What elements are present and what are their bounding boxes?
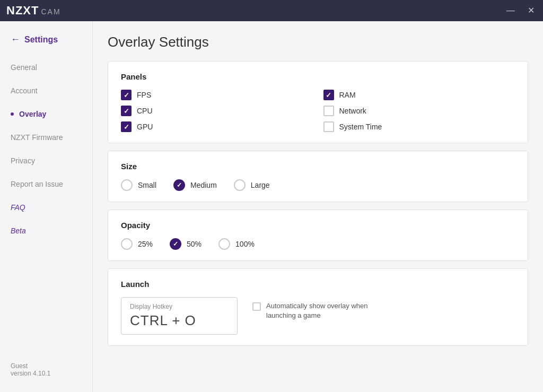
ram-label: RAM bbox=[339, 91, 356, 99]
size-radio-group: Small Medium Large bbox=[121, 179, 515, 191]
app-body: ← Settings General Account Overlay NZXT … bbox=[0, 21, 543, 392]
opacity-radio-group: 25% 50% 100% bbox=[121, 238, 515, 250]
sidebar-footer: Guest version 4.10.1 bbox=[0, 356, 92, 384]
titlebar: NZXT CAM — ✕ bbox=[0, 0, 543, 21]
panel-item-system-time: System Time bbox=[323, 121, 515, 132]
size-small-radio[interactable] bbox=[121, 179, 133, 191]
sidebar-report-label: Report an Issue bbox=[11, 180, 63, 188]
system-time-checkbox[interactable] bbox=[323, 121, 334, 132]
network-label: Network bbox=[339, 107, 366, 115]
logo-cam: CAM bbox=[41, 7, 60, 16]
sidebar-back[interactable]: ← Settings bbox=[0, 30, 92, 56]
size-medium[interactable]: Medium bbox=[173, 179, 217, 191]
hotkey-label: Display Hotkey bbox=[130, 303, 229, 310]
size-large-radio[interactable] bbox=[234, 179, 246, 191]
size-medium-label: Medium bbox=[190, 181, 217, 189]
opacity-100-label: 100% bbox=[235, 240, 255, 248]
active-dot-icon bbox=[11, 112, 14, 116]
sidebar-beta-label: Beta bbox=[11, 227, 26, 235]
panels-title: Panels bbox=[121, 72, 515, 81]
sidebar-faq-label: FAQ bbox=[11, 203, 25, 212]
opacity-100[interactable]: 100% bbox=[218, 238, 255, 250]
sidebar: ← Settings General Account Overlay NZXT … bbox=[0, 21, 93, 392]
gpu-label: GPU bbox=[137, 123, 153, 131]
cpu-checkbox[interactable] bbox=[121, 106, 132, 116]
sidebar-item-account[interactable]: Account bbox=[0, 79, 92, 102]
footer-user: Guest bbox=[11, 362, 82, 370]
size-small[interactable]: Small bbox=[121, 179, 156, 191]
auto-launch-text: Automatically show overlay when launchin… bbox=[266, 301, 372, 320]
sidebar-item-faq[interactable]: FAQ bbox=[0, 196, 92, 219]
launch-card: Launch Display Hotkey CTRL + O Automatic… bbox=[108, 268, 528, 346]
opacity-25-radio[interactable] bbox=[121, 238, 133, 250]
cpu-label: CPU bbox=[137, 107, 153, 115]
sidebar-item-privacy[interactable]: Privacy bbox=[0, 149, 92, 172]
opacity-25[interactable]: 25% bbox=[121, 238, 153, 250]
fps-checkbox[interactable] bbox=[121, 90, 132, 100]
panel-item-cpu: CPU bbox=[121, 106, 313, 116]
sidebar-item-firmware[interactable]: NZXT Firmware bbox=[0, 126, 92, 149]
panels-card: Panels FPS RAM CPU Network bbox=[108, 61, 528, 143]
system-time-label: System Time bbox=[339, 123, 382, 131]
size-card: Size Small Medium Large bbox=[108, 151, 528, 202]
size-medium-radio[interactable] bbox=[173, 179, 185, 191]
sidebar-overlay-label: Overlay bbox=[19, 110, 46, 118]
panels-grid: FPS RAM CPU Network GPU bbox=[121, 90, 515, 132]
opacity-50[interactable]: 50% bbox=[170, 238, 202, 250]
opacity-25-label: 25% bbox=[138, 240, 153, 248]
sidebar-item-beta[interactable]: Beta bbox=[0, 219, 92, 242]
size-large[interactable]: Large bbox=[234, 179, 270, 191]
opacity-card: Opacity 25% 50% 100% bbox=[108, 210, 528, 261]
panel-item-ram: RAM bbox=[323, 90, 515, 100]
ram-checkbox[interactable] bbox=[323, 90, 334, 100]
hotkey-value: CTRL + O bbox=[130, 312, 229, 329]
auto-launch-checkbox[interactable] bbox=[252, 302, 261, 311]
opacity-50-radio[interactable] bbox=[170, 238, 181, 250]
logo-nzxt: NZXT bbox=[6, 4, 39, 18]
launch-row: Display Hotkey CTRL + O Automatically sh… bbox=[121, 297, 515, 335]
panel-item-gpu: GPU bbox=[121, 121, 313, 132]
sidebar-item-overlay[interactable]: Overlay bbox=[0, 102, 92, 126]
footer-version: version 4.10.1 bbox=[11, 370, 82, 377]
minimize-button[interactable]: — bbox=[504, 5, 517, 16]
fps-label: FPS bbox=[137, 91, 151, 99]
sidebar-account-label: Account bbox=[11, 86, 38, 95]
launch-title: Launch bbox=[121, 280, 515, 289]
sidebar-settings-label: Settings bbox=[24, 35, 58, 45]
back-arrow-icon: ← bbox=[11, 34, 20, 45]
opacity-title: Opacity bbox=[121, 221, 515, 230]
network-checkbox[interactable] bbox=[323, 106, 334, 116]
main-content: Overlay Settings Panels FPS RAM CPU bbox=[93, 21, 543, 392]
auto-launch-item: Automatically show overlay when launchin… bbox=[252, 301, 372, 320]
size-large-label: Large bbox=[251, 181, 270, 189]
hotkey-box: Display Hotkey CTRL + O bbox=[121, 297, 238, 335]
sidebar-item-general[interactable]: General bbox=[0, 56, 92, 79]
gpu-checkbox[interactable] bbox=[121, 121, 132, 132]
panel-item-network: Network bbox=[323, 106, 515, 116]
sidebar-item-report[interactable]: Report an Issue bbox=[0, 172, 92, 196]
page-title: Overlay Settings bbox=[108, 34, 528, 50]
close-button[interactable]: ✕ bbox=[526, 5, 537, 16]
size-small-label: Small bbox=[138, 181, 156, 189]
panel-item-fps: FPS bbox=[121, 90, 313, 100]
app-logo: NZXT CAM bbox=[6, 4, 61, 18]
sidebar-firmware-label: NZXT Firmware bbox=[11, 133, 63, 142]
sidebar-privacy-label: Privacy bbox=[11, 156, 35, 165]
window-controls: — ✕ bbox=[504, 5, 537, 16]
opacity-100-radio[interactable] bbox=[218, 238, 230, 250]
opacity-50-label: 50% bbox=[187, 240, 202, 248]
size-title: Size bbox=[121, 162, 515, 171]
sidebar-general-label: General bbox=[11, 63, 37, 72]
